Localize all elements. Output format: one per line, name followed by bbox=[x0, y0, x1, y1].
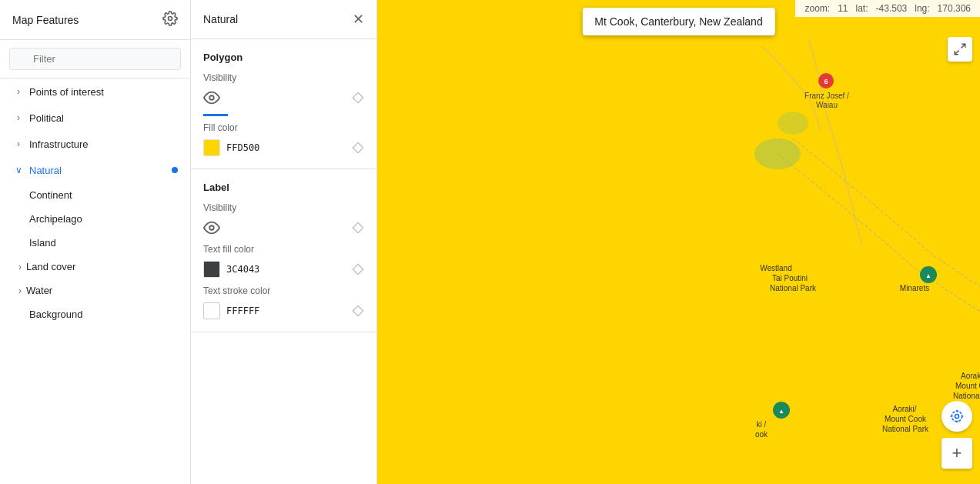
sub-item-archipelago[interactable]: Archipelago bbox=[0, 207, 190, 231]
chevron-right-icon: › bbox=[18, 262, 22, 272]
sub-item-label: Island bbox=[29, 237, 56, 249]
svg-text:Minarets: Minarets bbox=[900, 284, 929, 292]
sidebar-item-label: Natural bbox=[29, 165, 62, 176]
svg-marker-7 bbox=[353, 305, 363, 315]
visibility-label: Visibility bbox=[203, 72, 364, 83]
sub-item-island[interactable]: Island bbox=[0, 231, 190, 255]
sub-item-land-cover[interactable]: › Land cover bbox=[0, 255, 190, 279]
sidebar-item-political[interactable]: › Political bbox=[0, 105, 190, 131]
text-stroke-code: FFFFFF bbox=[226, 305, 259, 316]
sub-item-label: Continent bbox=[29, 189, 72, 201]
svg-text:Mount Cook: Mount Cook bbox=[885, 415, 927, 423]
diamond-icon[interactable] bbox=[352, 263, 364, 275]
svg-text:National Park: National Park bbox=[770, 284, 817, 292]
chevron-down-icon: ∨ bbox=[12, 164, 25, 176]
svg-point-1 bbox=[209, 95, 214, 100]
svg-point-13 bbox=[778, 112, 808, 135]
svg-text:ki /: ki / bbox=[757, 420, 767, 429]
chevron-right-icon: › bbox=[12, 85, 25, 98]
svg-text:Aoraki /: Aoraki / bbox=[961, 372, 980, 380]
svg-text:ook: ook bbox=[755, 430, 768, 439]
filter-input[interactable] bbox=[9, 48, 181, 70]
diamond-icon[interactable] bbox=[352, 305, 364, 317]
diamond-icon[interactable] bbox=[352, 222, 364, 234]
sidebar-item-natural[interactable]: ∨ Natural bbox=[0, 157, 190, 183]
detail-panel-title: Natural bbox=[203, 13, 238, 25]
svg-text:▲: ▲ bbox=[925, 272, 932, 279]
sub-item-label: Land cover bbox=[26, 261, 75, 272]
text-stroke-label: Text stroke color bbox=[203, 285, 364, 296]
eye-icon[interactable] bbox=[203, 89, 220, 106]
sidebar-item-label: Points of interest bbox=[29, 86, 104, 98]
visibility-label: Visibility bbox=[203, 202, 364, 213]
text-stroke-row: FFFFFF bbox=[203, 302, 364, 319]
svg-text:Mount Cook: Mount Cook bbox=[955, 382, 980, 390]
svg-text:Tai Poutini: Tai Poutini bbox=[772, 274, 808, 282]
sidebar-header: Map Features bbox=[0, 0, 190, 40]
sub-item-background[interactable]: Background bbox=[0, 302, 190, 326]
sub-item-continent[interactable]: Continent bbox=[0, 183, 190, 207]
text-fill-swatch[interactable] bbox=[203, 261, 220, 278]
sidebar-item-infrastructure[interactable]: › Infrastructure bbox=[0, 131, 190, 157]
label-section-title: Label bbox=[203, 182, 364, 193]
sidebar: Map Features ≡ › Points of interest › Po… bbox=[0, 0, 191, 484]
svg-marker-3 bbox=[353, 142, 363, 152]
sub-item-water[interactable]: › Water bbox=[0, 279, 190, 302]
chevron-right-icon: › bbox=[18, 285, 22, 296]
active-dot bbox=[172, 167, 178, 173]
svg-marker-2 bbox=[353, 92, 363, 102]
diamond-icon[interactable] bbox=[352, 142, 364, 154]
detail-panel-header: Natural ✕ bbox=[191, 0, 376, 39]
sub-item-label: Water bbox=[26, 285, 52, 296]
fill-color-bar bbox=[203, 114, 228, 116]
sidebar-title: Map Features bbox=[12, 14, 79, 26]
svg-text:▲: ▲ bbox=[778, 408, 784, 415]
sub-item-label: Archipelago bbox=[29, 213, 82, 225]
text-fill-row: 3C4043 bbox=[203, 261, 364, 278]
text-fill-label: Text fill color bbox=[203, 244, 364, 255]
polygon-visibility-row bbox=[203, 89, 364, 106]
text-fill-code: 3C4043 bbox=[226, 264, 259, 275]
chevron-right-icon: › bbox=[12, 112, 25, 124]
svg-text:National Park: National Park bbox=[882, 425, 929, 433]
svg-text:Aoraki/: Aoraki/ bbox=[892, 405, 916, 413]
detail-panel: Natural ✕ Polygon Visibility Fill color … bbox=[191, 0, 377, 484]
polygon-section: Polygon Visibility Fill color FFD500 bbox=[191, 39, 376, 169]
chevron-right-icon: › bbox=[12, 138, 25, 150]
fill-color-label: Fill color bbox=[203, 122, 364, 133]
fill-color-code: FFD500 bbox=[226, 142, 259, 153]
close-icon[interactable]: ✕ bbox=[353, 11, 364, 28]
label-section: Label Visibility Text fill color 3C4043 … bbox=[191, 169, 376, 332]
svg-point-4 bbox=[209, 225, 214, 230]
svg-text:National Park: National Park bbox=[953, 392, 980, 400]
label-visibility-row bbox=[203, 219, 364, 236]
svg-marker-6 bbox=[353, 264, 363, 274]
diamond-icon[interactable] bbox=[352, 92, 364, 104]
sidebar-item-label: Political bbox=[29, 112, 64, 124]
filter-bar: ≡ bbox=[0, 40, 190, 78]
sidebar-item-points-of-interest[interactable]: › Points of interest bbox=[0, 78, 190, 105]
text-stroke-swatch[interactable] bbox=[203, 302, 220, 319]
fill-color-swatch[interactable] bbox=[203, 139, 220, 156]
eye-icon[interactable] bbox=[203, 219, 220, 236]
svg-text:Franz Josef /: Franz Josef / bbox=[804, 92, 849, 100]
svg-text:6: 6 bbox=[824, 78, 828, 85]
svg-text:Westland: Westland bbox=[760, 264, 792, 272]
sidebar-item-label: Infrastructure bbox=[29, 139, 89, 150]
settings-icon[interactable] bbox=[162, 11, 178, 28]
map-svg: 6 Franz Josef / Waiau WEST COAST CANTERB… bbox=[377, 0, 980, 484]
map-area[interactable]: zoom: 11 lat: -43.503 lng: 170.306 Mt Co… bbox=[377, 0, 980, 484]
svg-point-12 bbox=[754, 139, 801, 169]
sub-item-label: Background bbox=[29, 309, 82, 320]
svg-marker-5 bbox=[353, 222, 363, 232]
svg-point-0 bbox=[169, 17, 172, 21]
fill-color-row: FFD500 bbox=[203, 139, 364, 156]
svg-text:Waiau: Waiau bbox=[816, 101, 838, 109]
polygon-section-title: Polygon bbox=[203, 52, 364, 63]
